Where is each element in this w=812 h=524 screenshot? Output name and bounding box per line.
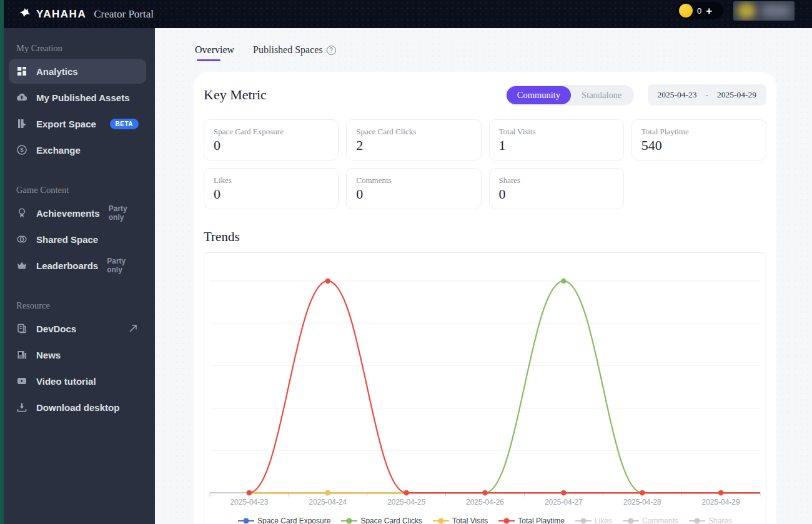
section-label-my-creation: My Creation (16, 43, 155, 54)
legend-label: Space Card Clicks (360, 517, 422, 524)
tab-bar: Overview Published Spaces ? (155, 28, 812, 61)
date-end: 2025-04-29 (717, 90, 756, 100)
svg-text:2025-04-26: 2025-04-26 (466, 498, 504, 507)
metric-card-space-card-exposure: Space Card Exposure 0 (204, 119, 339, 161)
legend-marker-icon (689, 517, 705, 524)
top-bar: YAHAHA Creator Portal 0 + (0, 0, 812, 28)
sidebar-item-label: Video tutorial (36, 376, 96, 387)
download-icon (16, 402, 27, 413)
legend-marker-icon (623, 517, 639, 524)
date-start: 2025-04-23 (658, 90, 697, 100)
docs-icon (16, 323, 27, 334)
chart-legend: Space Card ExposureSpace Card ClicksTota… (204, 517, 766, 524)
legend-item-likes[interactable]: Likes (575, 517, 612, 524)
toggle-option-community[interactable]: Community (507, 86, 571, 104)
legend-label: Comments (642, 517, 678, 524)
legend-marker-icon (238, 517, 254, 524)
sidebar-item-devdocs[interactable]: DevDocs (9, 316, 146, 341)
trend-line-chart[interactable]: 2025-04-232025-04-242025-04-252025-04-26… (204, 263, 766, 512)
tab-overview[interactable]: Overview (195, 44, 234, 61)
legend-marker-icon (498, 517, 515, 524)
legend-marker-icon (341, 517, 357, 524)
metric-label: Space Card Clicks (356, 127, 471, 137)
user-avatar[interactable] (733, 1, 795, 21)
username-blurred (761, 5, 791, 17)
sidebar-item-analytics[interactable]: Analytics (9, 59, 146, 84)
tab-label: Overview (195, 44, 234, 56)
party-only-tag: Party only (107, 257, 139, 274)
tab-label: Published Spaces (253, 44, 323, 56)
sidebar-item-export-space[interactable]: Export Space BETA (9, 111, 146, 136)
export-icon (16, 118, 27, 129)
sidebar-item-video-tutorial[interactable]: Video tutorial (9, 368, 146, 393)
sidebar-item-label: News (36, 350, 61, 360)
date-range-picker[interactable]: 2025-04-23 - 2025-04-29 (648, 84, 767, 106)
metric-value: 0 (356, 186, 471, 202)
sidebar-item-exchange[interactable]: S Exchange (9, 137, 146, 162)
legend-label: Likes (595, 517, 612, 524)
sidebar: My Creation Analytics My Published Asset… (0, 28, 155, 524)
product-name: Creator Portal (94, 8, 154, 21)
metric-value: 540 (641, 137, 756, 154)
legend-item-comments[interactable]: Comments (623, 517, 678, 524)
legend-item-shares[interactable]: Shares (689, 517, 732, 524)
metric-value: 0 (499, 186, 614, 202)
main-content: Overview Published Spaces ? Key Metric C… (155, 28, 812, 524)
legend-item-total-playtime[interactable]: Total Playtime (498, 517, 565, 524)
empty-grid-cell (631, 168, 766, 209)
grid-icon (16, 66, 27, 77)
help-icon[interactable]: ? (327, 46, 336, 55)
sidebar-item-label: Shared Space (36, 234, 98, 245)
legend-label: Total Playtime (518, 517, 565, 524)
cloud-upload-icon (16, 92, 27, 103)
metric-value: 0 (214, 186, 329, 202)
svg-text:S: S (20, 147, 24, 153)
brand-logotype: YAHAHA (36, 8, 86, 21)
svg-text:2025-04-27: 2025-04-27 (545, 498, 583, 507)
sidebar-item-shared-space[interactable]: Shared Space (9, 227, 146, 252)
sidebar-item-label: Analytics (36, 66, 78, 77)
sidebar-item-my-published-assets[interactable]: My Published Assets (9, 85, 146, 110)
sidebar-item-news[interactable]: News (9, 342, 146, 367)
metric-label: Space Card Exposure (214, 127, 329, 137)
sidebar-item-leaderboards[interactable]: Leaderboards Party only (9, 253, 146, 278)
trends-chart: 2025-04-232025-04-242025-04-252025-04-26… (204, 252, 766, 524)
sidebar-item-label: Export Space (36, 119, 96, 129)
sidebar-item-label: Download desktop (36, 402, 119, 413)
news-icon (16, 349, 27, 360)
yahaha-logo-icon (17, 7, 31, 21)
legend-label: Shares (708, 517, 732, 524)
legend-label: Space Card Exposure (257, 517, 330, 524)
add-coins-button[interactable]: + (706, 6, 712, 16)
svg-text:2025-04-24: 2025-04-24 (309, 498, 347, 507)
metric-label: Total Playtime (641, 127, 756, 137)
svg-text:2025-04-25: 2025-04-25 (387, 498, 425, 507)
legend-item-space-card-exposure[interactable]: Space Card Exposure (238, 517, 330, 524)
avatar-image-blurred (737, 2, 756, 19)
tab-published-spaces[interactable]: Published Spaces ? (253, 44, 336, 61)
beta-badge: BETA (110, 119, 139, 129)
legend-item-total-visits[interactable]: Total Visits (433, 517, 488, 524)
metric-value: 0 (214, 137, 329, 154)
crown-icon (16, 260, 27, 271)
metric-label: Shares (499, 175, 614, 185)
section-label-resource: Resource (16, 300, 155, 311)
sidebar-item-achievements[interactable]: Achievements Party only (9, 200, 146, 225)
metric-card-space-card-clicks: Space Card Clicks 2 (346, 119, 481, 161)
date-separator: - (706, 90, 709, 100)
toggle-option-standalone[interactable]: Standalone (571, 86, 632, 104)
coin-icon (679, 4, 693, 17)
sidebar-item-label: Achievements (36, 208, 100, 219)
metric-card-total-visits: Total Visits 1 (489, 119, 624, 161)
external-link-icon (127, 323, 139, 334)
legend-marker-icon (575, 517, 592, 524)
sidebar-item-download-desktop[interactable]: Download desktop (9, 395, 146, 420)
legend-item-space-card-clicks[interactable]: Space Card Clicks (341, 517, 422, 524)
sidebar-item-label: My Published Assets (36, 92, 130, 103)
coin-count: 0 (697, 6, 701, 16)
metric-value: 2 (356, 137, 471, 154)
party-only-tag: Party only (109, 204, 139, 222)
sidebar-item-label: DevDocs (36, 324, 76, 334)
coin-balance-pill[interactable]: 0 + (677, 2, 723, 19)
trends-title: Trends (204, 229, 766, 245)
